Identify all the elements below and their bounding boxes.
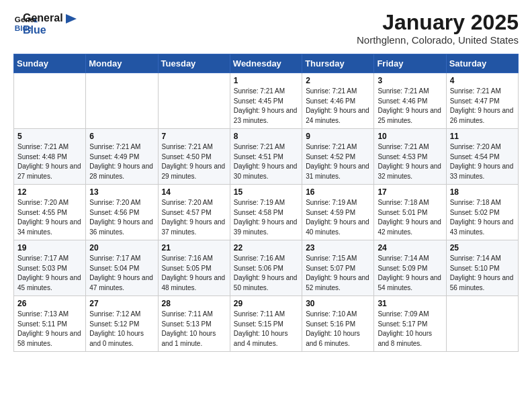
day-cell-4-4: 30Sunrise: 7:10 AMSunset: 5:16 PMDayligh… [302, 296, 374, 352]
day-number: 5 [17, 132, 82, 141]
day-cell-0-5: 3Sunrise: 7:21 AMSunset: 4:46 PMDaylight… [374, 73, 446, 129]
day-cell-4-6 [446, 296, 518, 352]
page-header: General Blue General Blue January 2025 N… [13, 11, 519, 46]
week-row-1: 1Sunrise: 7:21 AMSunset: 4:45 PMDaylight… [14, 73, 519, 129]
logo-text-blue: Blue [23, 24, 77, 36]
col-monday: Monday [86, 54, 158, 73]
logo: General Blue General Blue [13, 11, 77, 36]
day-detail: Sunrise: 7:14 AMSunset: 5:10 PMDaylight:… [450, 254, 515, 293]
day-number: 12 [17, 187, 82, 197]
day-number: 16 [306, 187, 370, 197]
day-cell-3-5: 24Sunrise: 7:14 AMSunset: 5:09 PMDayligh… [374, 240, 446, 296]
day-detail: Sunrise: 7:17 AMSunset: 5:03 PMDaylight:… [17, 254, 82, 293]
day-cell-1-4: 9Sunrise: 7:21 AMSunset: 4:52 PMDaylight… [302, 129, 374, 185]
day-detail: Sunrise: 7:19 AMSunset: 4:58 PMDaylight:… [234, 198, 298, 237]
day-detail: Sunrise: 7:09 AMSunset: 5:17 PMDaylight:… [378, 310, 442, 349]
day-number: 17 [378, 187, 442, 197]
day-cell-2-6: 18Sunrise: 7:18 AMSunset: 5:02 PMDayligh… [446, 185, 518, 240]
svg-marker-3 [66, 14, 77, 24]
day-number: 27 [89, 299, 154, 308]
day-cell-4-2: 28Sunrise: 7:11 AMSunset: 5:13 PMDayligh… [158, 296, 230, 352]
week-row-3: 12Sunrise: 7:20 AMSunset: 4:55 PMDayligh… [14, 185, 519, 240]
day-number: 13 [89, 187, 154, 197]
day-cell-3-0: 19Sunrise: 7:17 AMSunset: 5:03 PMDayligh… [14, 240, 86, 296]
location-subtitle: Northglenn, Colorado, United States [357, 34, 519, 46]
day-number: 3 [378, 76, 442, 85]
day-detail: Sunrise: 7:11 AMSunset: 5:13 PMDaylight:… [162, 310, 226, 349]
day-number: 24 [378, 243, 442, 253]
day-number: 21 [162, 243, 226, 253]
day-number: 1 [234, 76, 298, 85]
day-number: 2 [306, 76, 370, 85]
day-cell-1-0: 5Sunrise: 7:21 AMSunset: 4:48 PMDaylight… [14, 129, 86, 185]
day-detail: Sunrise: 7:20 AMSunset: 4:57 PMDaylight:… [162, 198, 226, 237]
day-number: 23 [306, 243, 370, 253]
day-number: 26 [17, 299, 82, 308]
day-detail: Sunrise: 7:21 AMSunset: 4:47 PMDaylight:… [450, 87, 515, 126]
day-detail: Sunrise: 7:16 AMSunset: 5:05 PMDaylight:… [162, 254, 226, 293]
day-number: 10 [378, 132, 442, 141]
day-cell-0-1 [86, 73, 158, 129]
col-wednesday: Wednesday [230, 54, 302, 73]
logo-text-general: General [23, 12, 77, 24]
calendar-table: Sunday Monday Tuesday Wednesday Thursday… [13, 54, 519, 352]
col-thursday: Thursday [302, 54, 374, 73]
day-cell-1-5: 10Sunrise: 7:21 AMSunset: 4:53 PMDayligh… [374, 129, 446, 185]
day-detail: Sunrise: 7:18 AMSunset: 5:01 PMDaylight:… [378, 198, 442, 237]
day-cell-4-5: 31Sunrise: 7:09 AMSunset: 5:17 PMDayligh… [374, 296, 446, 352]
day-number: 11 [450, 132, 515, 141]
day-cell-2-4: 16Sunrise: 7:19 AMSunset: 4:59 PMDayligh… [302, 185, 374, 240]
day-detail: Sunrise: 7:12 AMSunset: 5:12 PMDaylight:… [89, 310, 154, 349]
day-number: 28 [162, 299, 226, 308]
day-cell-3-3: 22Sunrise: 7:16 AMSunset: 5:06 PMDayligh… [230, 240, 302, 296]
day-detail: Sunrise: 7:13 AMSunset: 5:11 PMDaylight:… [17, 310, 82, 349]
col-sunday: Sunday [14, 54, 86, 73]
day-cell-3-6: 25Sunrise: 7:14 AMSunset: 5:10 PMDayligh… [446, 240, 518, 296]
day-number: 14 [162, 187, 226, 197]
day-cell-4-1: 27Sunrise: 7:12 AMSunset: 5:12 PMDayligh… [86, 296, 158, 352]
day-number: 18 [450, 187, 515, 197]
day-detail: Sunrise: 7:21 AMSunset: 4:46 PMDaylight:… [306, 87, 370, 126]
day-detail: Sunrise: 7:20 AMSunset: 4:55 PMDaylight:… [17, 198, 82, 237]
month-year-title: January 2025 [357, 11, 519, 34]
day-detail: Sunrise: 7:14 AMSunset: 5:09 PMDaylight:… [378, 254, 442, 293]
day-cell-3-4: 23Sunrise: 7:15 AMSunset: 5:07 PMDayligh… [302, 240, 374, 296]
day-cell-1-2: 7Sunrise: 7:21 AMSunset: 4:50 PMDaylight… [158, 129, 230, 185]
day-number: 20 [89, 243, 154, 253]
day-detail: Sunrise: 7:21 AMSunset: 4:51 PMDaylight:… [234, 142, 298, 181]
day-cell-1-1: 6Sunrise: 7:21 AMSunset: 4:49 PMDaylight… [86, 129, 158, 185]
day-number: 22 [234, 243, 298, 253]
calendar-page: General Blue General Blue January 2025 N… [0, 0, 532, 363]
day-number: 19 [17, 243, 82, 253]
week-row-4: 19Sunrise: 7:17 AMSunset: 5:03 PMDayligh… [14, 240, 519, 296]
day-number: 25 [450, 243, 515, 253]
title-block: January 2025 Northglenn, Colorado, Unite… [357, 11, 519, 46]
day-cell-3-1: 20Sunrise: 7:17 AMSunset: 5:04 PMDayligh… [86, 240, 158, 296]
day-number: 7 [162, 132, 226, 141]
day-cell-1-3: 8Sunrise: 7:21 AMSunset: 4:51 PMDaylight… [230, 129, 302, 185]
day-cell-0-0 [14, 73, 86, 129]
day-detail: Sunrise: 7:16 AMSunset: 5:06 PMDaylight:… [234, 254, 298, 293]
day-number: 30 [306, 299, 370, 308]
day-detail: Sunrise: 7:21 AMSunset: 4:52 PMDaylight:… [306, 142, 370, 181]
day-cell-4-0: 26Sunrise: 7:13 AMSunset: 5:11 PMDayligh… [14, 296, 86, 352]
day-cell-0-2 [158, 73, 230, 129]
day-detail: Sunrise: 7:18 AMSunset: 5:02 PMDaylight:… [450, 198, 515, 237]
day-cell-2-5: 17Sunrise: 7:18 AMSunset: 5:01 PMDayligh… [374, 185, 446, 240]
day-detail: Sunrise: 7:15 AMSunset: 5:07 PMDaylight:… [306, 254, 370, 293]
week-row-5: 26Sunrise: 7:13 AMSunset: 5:11 PMDayligh… [14, 296, 519, 352]
day-cell-2-3: 15Sunrise: 7:19 AMSunset: 4:58 PMDayligh… [230, 185, 302, 240]
day-number: 4 [450, 76, 515, 85]
day-detail: Sunrise: 7:20 AMSunset: 4:54 PMDaylight:… [450, 142, 515, 181]
day-cell-4-3: 29Sunrise: 7:11 AMSunset: 5:15 PMDayligh… [230, 296, 302, 352]
day-number: 31 [378, 299, 442, 308]
day-number: 15 [234, 187, 298, 197]
day-number: 6 [89, 132, 154, 141]
day-cell-0-6: 4Sunrise: 7:21 AMSunset: 4:47 PMDaylight… [446, 73, 518, 129]
day-cell-2-0: 12Sunrise: 7:20 AMSunset: 4:55 PMDayligh… [14, 185, 86, 240]
day-detail: Sunrise: 7:10 AMSunset: 5:16 PMDaylight:… [306, 310, 370, 349]
day-detail: Sunrise: 7:19 AMSunset: 4:59 PMDaylight:… [306, 198, 370, 237]
col-friday: Friday [374, 54, 446, 73]
day-detail: Sunrise: 7:11 AMSunset: 5:15 PMDaylight:… [234, 310, 298, 349]
day-number: 9 [306, 132, 370, 141]
